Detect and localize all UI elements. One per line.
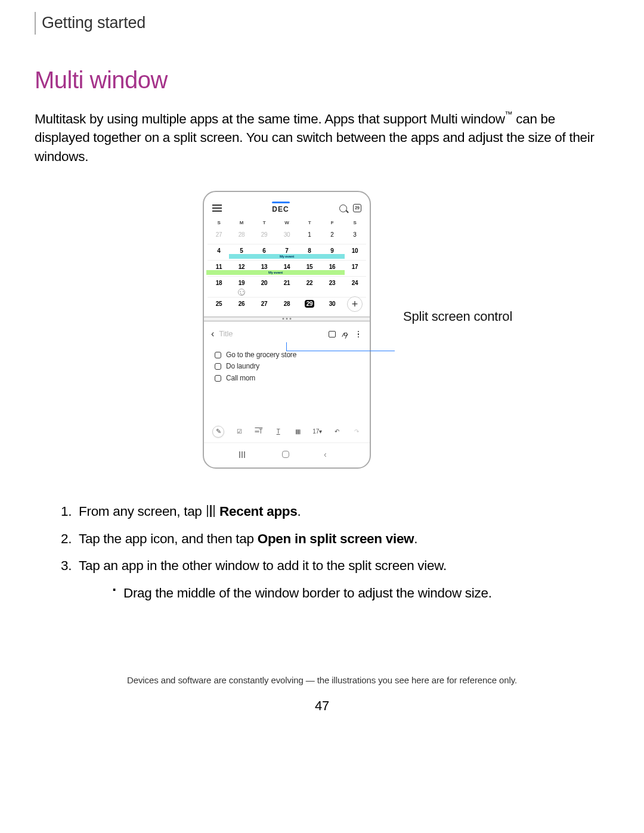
day-header: T <box>253 217 275 228</box>
calendar-day[interactable]: 12 <box>230 261 253 276</box>
calendar-day[interactable]: 18 <box>208 277 230 297</box>
step-3-bullet: Drag the middle of the window border to … <box>112 584 609 603</box>
step-1: 1. From any screen, tap Recent apps. <box>61 502 609 521</box>
calendar-day[interactable]: 19 <box>230 277 253 297</box>
trademark: ™ <box>505 110 513 119</box>
calendar-day[interactable]: 3 <box>343 228 366 244</box>
tab-indicator <box>272 202 290 203</box>
intro-paragraph: Multitask by using multiple apps at the … <box>35 110 609 166</box>
calendar-day[interactable]: 21 <box>275 277 298 297</box>
calendar-day[interactable]: 17 <box>343 261 366 276</box>
calendar-day[interactable]: 15 <box>298 261 321 276</box>
text-format-icon[interactable]: ═T <box>254 427 264 436</box>
back-button[interactable]: ‹ <box>324 449 335 461</box>
day-header: M <box>230 217 253 228</box>
calendar-day[interactable]: 2 <box>321 228 343 244</box>
note-toolbar: ✎ ☑ ═T T ▦ 17▾ ↶ ↷ <box>204 421 370 442</box>
calendar-day[interactable]: 30 <box>321 298 343 313</box>
footnote: Devices and software are constantly evol… <box>35 674 609 686</box>
page-title: Multi window <box>35 63 609 97</box>
calendar-day[interactable]: 6 <box>253 244 275 260</box>
calendar-day[interactable]: 11My event <box>208 261 230 276</box>
checkbox-icon[interactable] <box>215 363 221 370</box>
step-2-text: Tap the app icon, and then tap <box>79 531 258 546</box>
calendar-day[interactable]: 13 <box>253 261 275 276</box>
calendar-day[interactable]: 27 <box>253 298 275 313</box>
checkbox-icon[interactable] <box>215 375 221 382</box>
font-size-control[interactable]: 17▾ <box>312 427 322 436</box>
navigation-bar: ‹ <box>204 442 370 468</box>
calendar-day[interactable]: 27 <box>208 228 230 244</box>
section-header: Getting started <box>42 12 609 35</box>
calendar-day[interactable]: 29 <box>298 298 321 313</box>
step-1-bold: Recent apps <box>219 504 298 519</box>
handwriting-icon[interactable]: ✎ <box>212 426 224 438</box>
home-button[interactable] <box>282 451 289 458</box>
calendar-day[interactable]: 14 <box>275 261 298 276</box>
step-3: 3. Tap an app in the other window to add… <box>61 556 609 575</box>
calendar-day[interactable]: 10 <box>343 244 366 260</box>
callout-label: Split screen control <box>403 308 512 326</box>
calendar-day[interactable]: 1 <box>298 228 321 244</box>
text-style-icon[interactable]: T <box>274 427 283 436</box>
recent-apps-icon <box>207 505 215 517</box>
checklist-text: Call mom <box>226 373 255 383</box>
search-icon[interactable] <box>339 205 347 212</box>
calendar-day[interactable]: 26 <box>230 298 253 313</box>
day-header: F <box>321 217 343 228</box>
page-number: 47 <box>35 697 609 716</box>
undo-icon[interactable]: ↶ <box>332 427 342 436</box>
emoji-icon <box>238 289 245 296</box>
note-title-input[interactable]: Title <box>219 329 323 339</box>
calendar-day[interactable]: 5My event <box>230 244 253 260</box>
checklist-item[interactable]: Do laundry <box>215 361 359 371</box>
callout-leader-line <box>286 351 395 351</box>
redo-icon[interactable]: ↷ <box>352 427 361 436</box>
calendar-day[interactable]: 8 <box>298 244 321 260</box>
attach-icon[interactable] <box>341 330 349 338</box>
step-3-sub-text: Drag the middle of the window border to … <box>123 584 492 603</box>
calendar-day[interactable]: 30 <box>275 228 298 244</box>
intro-text-1: Multitask by using multiple apps at the … <box>35 112 505 126</box>
step-3-text: Tap an app in the other window to add it… <box>79 556 447 575</box>
calendar-day[interactable]: 23 <box>321 277 343 297</box>
calendar-day[interactable]: 29 <box>253 228 275 244</box>
split-screen-control[interactable] <box>204 317 370 321</box>
recent-apps-button[interactable] <box>239 451 247 458</box>
calendar-day[interactable]: 9 <box>321 244 343 260</box>
insert-icon[interactable]: ▦ <box>293 427 302 436</box>
calendar-day[interactable]: 25 <box>208 298 230 313</box>
calendar-day[interactable]: 4 <box>208 244 230 260</box>
calendar-day[interactable]: 28 <box>275 298 298 313</box>
day-header: T <box>298 217 321 228</box>
step-1-text: From any screen, tap <box>79 504 202 519</box>
more-icon[interactable] <box>354 330 363 338</box>
calendar-day[interactable]: 22 <box>298 277 321 297</box>
calendar-day[interactable]: 24 <box>343 277 366 297</box>
step-2-bold: Open in split screen view <box>258 531 414 546</box>
calendar-day[interactable]: 16 <box>321 261 343 276</box>
day-header: W <box>275 217 298 228</box>
calendar-day[interactable]: 20 <box>253 277 275 297</box>
day-header: S <box>208 217 230 228</box>
checklist-text: Do laundry <box>226 361 259 371</box>
month-label: DEC <box>272 205 290 215</box>
checklist-item[interactable]: Call mom <box>215 373 359 383</box>
day-header: S <box>343 217 366 228</box>
step-2: 2. Tap the app icon, and then tap Open i… <box>61 529 609 549</box>
calendar-day[interactable]: 28 <box>230 228 253 244</box>
phone-illustration: DEC 29 SMTWTFS 2728293012345My event6789… <box>203 191 371 469</box>
calendar-day[interactable]: 7 <box>275 244 298 260</box>
today-icon[interactable]: 29 <box>353 204 361 212</box>
reader-icon[interactable] <box>328 330 336 338</box>
hamburger-icon[interactable] <box>212 205 222 212</box>
back-icon[interactable]: ‹ <box>211 327 214 340</box>
checkbox-icon[interactable] <box>215 352 221 358</box>
checkbox-tool-icon[interactable]: ☑ <box>234 427 244 436</box>
